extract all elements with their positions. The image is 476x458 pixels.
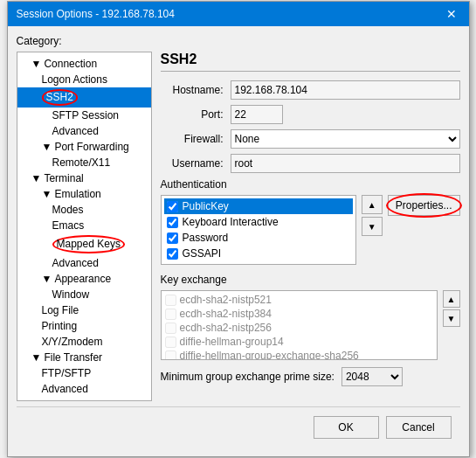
tree-item-mapped-keys[interactable]: Mapped Keys: [17, 233, 151, 255]
tree-item-label: Connection: [44, 58, 97, 70]
tree-item-label: Appearance: [54, 273, 111, 285]
auth-label-publickey: PublicKey: [183, 200, 229, 212]
firewall-select[interactable]: None: [231, 129, 460, 149]
tree-item-ssh2[interactable]: SSH2: [17, 87, 151, 107]
auth-item-keyboard-interactive[interactable]: Keyboard Interactive: [164, 214, 353, 230]
tree-item-log-file[interactable]: Log File: [17, 302, 151, 318]
tree-item-label: Window: [52, 288, 90, 301]
dialog-footer: OK Cancel: [17, 406, 460, 448]
tree-item-file-transfer[interactable]: ▼ File Transfer: [17, 350, 151, 365]
tree-item-label: Emacs: [52, 219, 85, 232]
tree-item-emacs[interactable]: Emacs: [17, 218, 151, 233]
tree-item-label: FTP/SFTP: [42, 367, 92, 379]
hostname-label: Hostname:: [161, 84, 231, 96]
auth-label-gssapi: GSSAPI: [183, 247, 222, 260]
username-label: Username:: [161, 157, 231, 170]
keyexchange-container: ecdh-sha2-nistp521 ecdh-sha2-nistp384 ec…: [161, 290, 460, 360]
tree-item-label: Advanced: [42, 383, 88, 395]
hostname-input[interactable]: [231, 80, 460, 100]
ke-item-0: ecdh-sha2-nistp521: [163, 293, 435, 307]
tree-item-window[interactable]: Window: [17, 287, 151, 302]
prime-select[interactable]: 2048: [341, 367, 403, 386]
ke-label-0: ecdh-sha2-nistp521: [180, 294, 272, 306]
expand-icon: ▼: [31, 58, 42, 70]
tree-item-label: Logon Actions: [42, 73, 107, 86]
auth-container: PublicKey Keyboard Interactive Password: [161, 195, 460, 265]
panel-title: SSH2: [161, 52, 460, 72]
hostname-row: Hostname:: [161, 80, 460, 100]
auth-item-publickey[interactable]: PublicKey: [164, 198, 353, 214]
ke-scroll-up-button[interactable]: ▲: [443, 290, 460, 308]
auth-move-down-button[interactable]: ▼: [362, 217, 383, 236]
tree-item-ftp-sftp[interactable]: FTP/SFTP: [17, 365, 151, 381]
auth-label-keyboard: Keyboard Interactive: [183, 216, 279, 228]
dialog-body: Category: ▼ Connection Logon Actions SSH…: [8, 26, 469, 455]
tree-item-connection[interactable]: ▼ Connection: [17, 56, 151, 72]
ke-checkbox-3[interactable]: [165, 337, 176, 348]
tree-item-emulation[interactable]: ▼ Emulation: [17, 186, 151, 202]
auth-move-up-button[interactable]: ▲: [362, 195, 383, 214]
auth-checkbox-keyboard[interactable]: [167, 217, 178, 228]
title-bar: Session Options - 192.168.78.104 ✕: [8, 2, 469, 26]
auth-buttons: ▲ ▼: [362, 195, 383, 265]
ke-label-1: ecdh-sha2-nistp384: [180, 308, 272, 320]
tree-item-logon-actions[interactable]: Logon Actions: [17, 72, 151, 87]
ke-label-4: diffie-hellman-group-exchange-sha256: [180, 350, 359, 360]
tree-item-label: Advanced: [52, 125, 99, 137]
auth-item-password[interactable]: Password: [164, 230, 353, 246]
ke-item-2: ecdh-sha2-nistp256: [163, 321, 435, 335]
auth-item-gssapi[interactable]: GSSAPI: [164, 246, 353, 261]
ke-label-2: ecdh-sha2-nistp256: [180, 322, 272, 334]
cancel-button[interactable]: Cancel: [386, 416, 452, 439]
properties-button[interactable]: Properties...: [388, 195, 460, 216]
tree-item-advanced-conn[interactable]: Advanced: [17, 123, 151, 139]
firewall-row: Firewall: None: [161, 129, 460, 149]
tree-item-modes[interactable]: Modes: [17, 202, 151, 218]
expand-icon: ▼: [42, 188, 52, 200]
keyexchange-list[interactable]: ecdh-sha2-nistp521 ecdh-sha2-nistp384 ec…: [161, 290, 438, 360]
ok-button[interactable]: OK: [314, 416, 379, 439]
ke-scroll-down-button[interactable]: ▼: [443, 309, 460, 327]
firewall-label: Firewall:: [161, 133, 231, 145]
auth-checkbox-publickey[interactable]: [167, 201, 178, 212]
tree-item-label: SFTP Session: [52, 109, 119, 121]
close-button[interactable]: ✕: [443, 7, 460, 21]
tree-item-label: Remote/X11: [52, 156, 111, 169]
tree-item-label: Modes: [52, 204, 84, 216]
tree-item-label: X/Y/Zmodem: [42, 336, 103, 348]
auth-checkbox-password[interactable]: [167, 232, 178, 244]
ke-item-1: ecdh-sha2-nistp384: [163, 307, 435, 321]
tree-item-advanced-ft[interactable]: Advanced: [17, 381, 151, 397]
tree-item-label: Port Forwarding: [54, 141, 128, 153]
tree-item-port-forwarding[interactable]: ▼ Port Forwarding: [17, 139, 151, 155]
auth-checkbox-gssapi[interactable]: [167, 248, 178, 260]
auth-label-password: Password: [183, 232, 229, 244]
tree-panel[interactable]: ▼ Connection Logon Actions SSH2 SFTP Ses…: [17, 52, 152, 400]
username-input[interactable]: [231, 154, 460, 173]
tree-item-label: File Transfer: [44, 351, 102, 364]
tree-item-advanced-term[interactable]: Advanced: [17, 255, 151, 271]
port-input[interactable]: [231, 105, 283, 124]
port-row: Port:: [161, 105, 460, 124]
prime-label: Minimum group exchange prime size:: [161, 371, 335, 383]
tree-item-sftp-session[interactable]: SFTP Session: [17, 108, 151, 123]
tree-item-label: SSH2: [42, 89, 78, 105]
ke-scroll-buttons: ▲ ▼: [443, 290, 460, 360]
tree-item-label: Mapped Keys: [52, 235, 125, 253]
tree-item-xy-zmodem[interactable]: X/Y/Zmodem: [17, 334, 151, 350]
ke-checkbox-4[interactable]: [165, 350, 176, 361]
tree-item-terminal[interactable]: ▼ Terminal: [17, 170, 151, 186]
ke-checkbox-1[interactable]: [165, 309, 176, 320]
category-label: Category:: [17, 35, 460, 47]
keyexchange-section: Key exchange ecdh-sha2-nistp521 ecdh-sha…: [161, 274, 460, 386]
main-content: ▼ Connection Logon Actions SSH2 SFTP Ses…: [17, 52, 460, 400]
auth-section-title: Authentication: [161, 178, 460, 191]
tree-item-appearance[interactable]: ▼ Appearance: [17, 271, 151, 287]
keyexchange-title: Key exchange: [161, 274, 460, 286]
ke-checkbox-2[interactable]: [165, 323, 176, 334]
tree-item-printing[interactable]: Printing: [17, 318, 151, 334]
ke-checkbox-0[interactable]: [165, 295, 176, 306]
right-panel: SSH2 Hostname: Port: Firewall: None: [161, 52, 460, 400]
tree-item-remote-x11[interactable]: Remote/X11: [17, 155, 151, 170]
tree-item-label: Terminal: [44, 172, 83, 184]
